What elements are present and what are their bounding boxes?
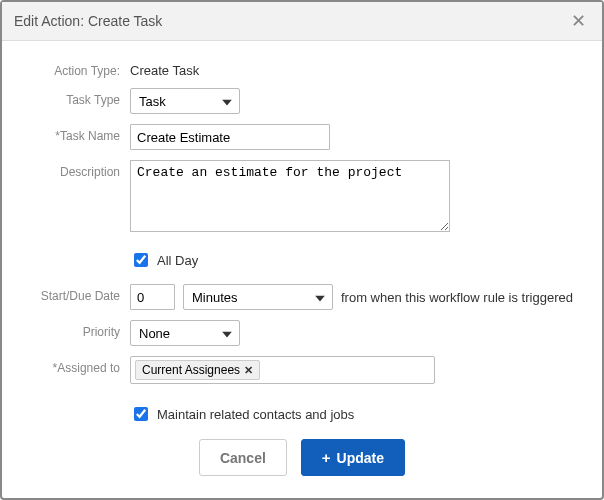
label-start-due: Start/Due Date	[30, 284, 130, 303]
maintain-contacts-label: Maintain related contacts and jobs	[157, 407, 354, 422]
label-action-type: Action Type:	[30, 59, 130, 78]
priority-select[interactable]: None	[130, 320, 240, 346]
assigned-to-input[interactable]: Current Assignees ✕	[130, 356, 435, 384]
label-priority: Priority	[30, 320, 130, 339]
all-day-label: All Day	[157, 253, 198, 268]
assignee-tag: Current Assignees ✕	[135, 360, 260, 380]
maintain-contacts-checkbox[interactable]	[134, 407, 148, 421]
label-assigned-to: *Assigned to	[30, 356, 130, 375]
remove-tag-icon[interactable]: ✕	[244, 364, 253, 377]
start-unit-select[interactable]: Minutes	[183, 284, 333, 310]
start-offset-input[interactable]	[130, 284, 175, 310]
modal-title: Edit Action: Create Task	[14, 13, 162, 29]
modal-body: Action Type: Create Task Task Type Task …	[2, 41, 602, 423]
all-day-checkbox[interactable]	[134, 253, 148, 267]
edit-action-modal: Edit Action: Create Task ✕ Action Type: …	[0, 0, 604, 500]
plus-icon: +	[322, 449, 331, 466]
label-description: Description	[30, 160, 130, 179]
update-button[interactable]: + Update	[301, 439, 405, 476]
close-icon[interactable]: ✕	[567, 10, 590, 32]
start-suffix-text: from when this workflow rule is triggere…	[341, 290, 573, 305]
description-textarea[interactable]	[130, 160, 450, 232]
cancel-button[interactable]: Cancel	[199, 439, 287, 476]
modal-footer: Cancel + Update	[2, 423, 602, 498]
modal-header: Edit Action: Create Task ✕	[2, 2, 602, 41]
label-task-name: *Task Name	[30, 124, 130, 143]
value-action-type: Create Task	[130, 59, 199, 78]
label-task-type: Task Type	[30, 88, 130, 107]
task-name-input[interactable]	[130, 124, 330, 150]
task-type-select[interactable]: Task	[130, 88, 240, 114]
